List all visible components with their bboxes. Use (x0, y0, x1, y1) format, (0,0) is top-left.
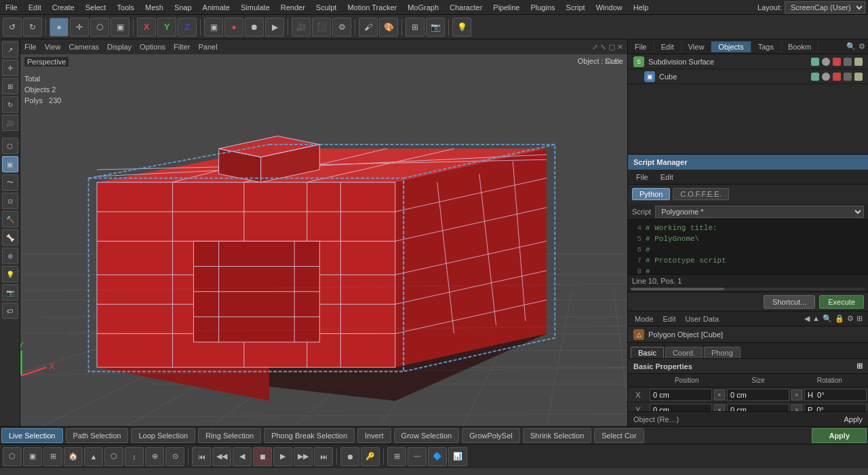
obj-ctrl-red-cube[interactable] (833, 73, 841, 81)
obj-tab-tags[interactable]: Tags (751, 41, 781, 52)
attr-search-icon[interactable]: 🔍 (823, 314, 832, 323)
sel-btn-cor[interactable]: Select Cor (594, 428, 644, 443)
obj-ctrl-grey-cube[interactable] (844, 73, 852, 81)
obj-ctrl-grey-sub[interactable] (844, 58, 852, 66)
execute-button[interactable]: Execute (819, 295, 864, 309)
prop-pos-y-link[interactable]: × (714, 404, 725, 412)
menu-render[interactable]: Render (275, 2, 311, 13)
sel-btn-growpoly[interactable]: GrowPolySel (462, 428, 520, 443)
menu-help[interactable]: Help (628, 2, 654, 13)
attr-tab-basic[interactable]: Basic (631, 347, 664, 358)
obj-tab-edit[interactable]: Edit (654, 41, 682, 52)
axis-z-button[interactable]: Z (178, 18, 197, 37)
menu-plugins[interactable]: Plugins (525, 2, 560, 13)
render-button[interactable]: ⬛ (312, 18, 331, 37)
attr-userdata-btn[interactable]: User Data (682, 314, 724, 324)
left-active-btn[interactable]: ▣ (2, 156, 18, 172)
attr-tab-coord[interactable]: Coord. (665, 347, 703, 358)
attr-lock-icon[interactable]: 🔒 (835, 314, 844, 323)
vp-menu-view[interactable]: View (45, 43, 61, 51)
menu-motion-tracker[interactable]: Motion Tracker (342, 2, 402, 13)
left-cam2-btn[interactable]: 📷 (2, 284, 18, 301)
attr-edit-btn[interactable]: Edit (659, 314, 680, 324)
left-scale-btn[interactable]: ⊞ (2, 78, 18, 94)
bot-step-fwd[interactable]: ▶▶ (294, 447, 313, 466)
prop-size-x-link[interactable]: × (791, 390, 802, 400)
menu-tools[interactable]: Tools (111, 2, 140, 13)
axis-x-button[interactable]: X (137, 18, 156, 37)
sel-btn-loop[interactable]: Loop Selection (131, 428, 195, 443)
bot-skip-end[interactable]: ⏭ (314, 447, 333, 466)
script-menu-edit[interactable]: Edit (655, 172, 679, 183)
attr-gear-icon[interactable]: ⚙ (847, 314, 854, 323)
sel-btn-phong[interactable]: Phong Break Selection (264, 428, 355, 443)
menu-create[interactable]: Create (47, 2, 80, 13)
left-tag-btn[interactable]: 🏷 (2, 303, 18, 319)
code-editor[interactable]: 4 # Working title: 5 # PolyGnome\ 6 # 7 … (628, 220, 868, 274)
script-menu-file[interactable]: File (631, 172, 654, 183)
mode-polygons-button[interactable]: ⬡ (90, 18, 109, 37)
obj-ctrl-yellow-cube[interactable] (854, 73, 863, 81)
left-move-btn[interactable]: ✛ (2, 60, 18, 76)
bot-btn-2[interactable]: ▣ (23, 447, 42, 466)
bot-btn-8[interactable]: ⊕ (145, 447, 164, 466)
menu-snap[interactable]: Snap (169, 2, 197, 13)
vp-menu-panel[interactable]: Panel (198, 43, 217, 51)
script-dropdown[interactable]: Polygnome * (655, 206, 864, 218)
light-button[interactable]: 💡 (452, 18, 471, 37)
menu-simulate[interactable]: Simulate (235, 2, 275, 13)
left-light-btn[interactable]: 💡 (2, 266, 18, 282)
vp-menu-display[interactable]: Display (107, 43, 132, 51)
left-camera-btn[interactable]: 🎥 (2, 115, 18, 131)
obj-ctrl-check-sub[interactable] (811, 58, 819, 66)
vp-menu-file[interactable]: File (24, 43, 37, 51)
attr-apply-btn[interactable]: Apply (844, 415, 863, 423)
left-joint-btn[interactable]: 🦴 (2, 229, 18, 246)
mode-objects-button[interactable]: ▣ (111, 18, 130, 37)
redo-button[interactable]: ↻ (23, 18, 42, 37)
bot-grid[interactable]: ⊞ (387, 447, 406, 466)
menu-character[interactable]: Character (444, 2, 488, 13)
record-button[interactable]: ● (224, 18, 243, 37)
obj-ctrl-check-cube[interactable] (811, 73, 819, 81)
bot-timeline[interactable]: 📊 (448, 447, 467, 466)
obj-tab-view[interactable]: View (682, 41, 712, 52)
sel-btn-live[interactable]: Live Selection (1, 428, 63, 443)
left-deformer-btn[interactable]: ⊛ (2, 248, 18, 264)
vp-menu-options[interactable]: Options (140, 43, 165, 51)
left-poly-btn[interactable]: ⬡ (2, 138, 18, 154)
vp-menu-cameras[interactable]: Cameras (68, 43, 99, 51)
attr-tab-phong[interactable]: Phong (704, 347, 741, 358)
paint-button[interactable]: 🎨 (379, 18, 398, 37)
menu-pipeline[interactable]: Pipeline (488, 2, 525, 13)
bot-step-back[interactable]: ◀◀ (212, 447, 231, 466)
attr-nav-up[interactable]: ▲ (812, 314, 820, 323)
bot-skip-start[interactable]: ⏮ (192, 447, 211, 466)
attr-nav-left[interactable]: ◀ (804, 314, 810, 323)
undo-button[interactable]: ↺ (3, 18, 22, 37)
left-nurbs-btn[interactable]: ⊙ (2, 193, 18, 209)
bot-record[interactable]: ⏺ (340, 447, 359, 466)
apply-button[interactable]: Apply (812, 428, 867, 443)
left-sculpt-btn[interactable]: 🔨 (2, 211, 18, 227)
sel-btn-shrink[interactable]: Shrink Selection (523, 428, 592, 443)
obj-ctrl-red-sub[interactable] (833, 58, 841, 66)
axis-y-button[interactable]: Y (157, 18, 176, 37)
menu-animate[interactable]: Animate (197, 2, 235, 13)
sel-btn-grow[interactable]: Grow Selection (394, 428, 460, 443)
vp-menu-filter[interactable]: Filter (174, 43, 190, 51)
lang-tab-python[interactable]: Python (632, 188, 670, 200)
attr-expand-icon[interactable]: ⊞ (856, 314, 863, 323)
left-spline-btn[interactable]: 〜 (2, 174, 18, 191)
cam-button[interactable]: 📷 (426, 18, 445, 37)
sel-btn-invert[interactable]: Invert (357, 428, 391, 443)
prop-size-y-link[interactable]: × (791, 404, 802, 412)
prop-rot-p[interactable]: P 0° (804, 404, 867, 412)
prop-pos-x[interactable]: 0 cm (650, 389, 712, 401)
prop-pos-y[interactable]: 0 cm (650, 404, 712, 412)
mode-points-button[interactable]: ● (50, 18, 68, 37)
menu-edit[interactable]: Edit (23, 2, 47, 13)
left-rotate-btn[interactable]: ↻ (2, 96, 18, 113)
sculpt-button[interactable]: 🖌 (359, 18, 378, 37)
bot-btn-9[interactable]: ⊙ (165, 447, 184, 466)
